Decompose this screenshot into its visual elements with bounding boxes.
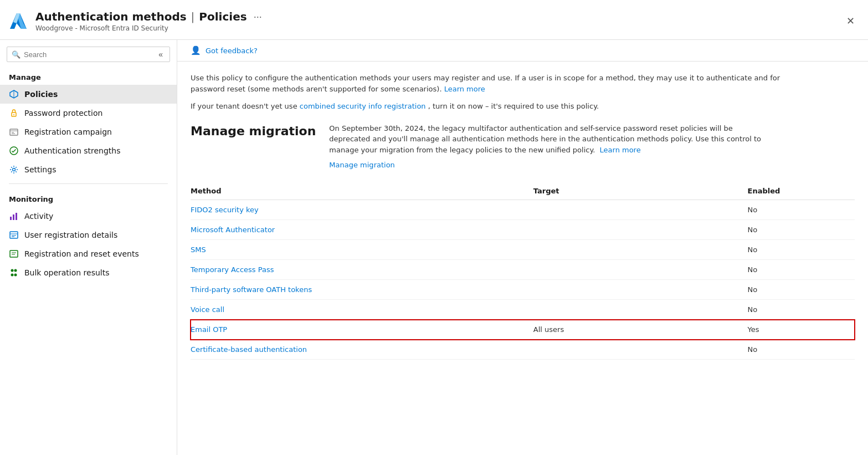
registration-campaign-icon xyxy=(9,127,19,137)
sidebar-item-authentication-strengths[interactable]: Authentication strengths xyxy=(0,141,177,160)
svg-rect-20 xyxy=(10,250,18,257)
enabled-cell-sms: No xyxy=(748,240,855,260)
top-bar: Authentication methods | Policies ··· Wo… xyxy=(0,0,868,40)
reg-reset-icon xyxy=(9,249,19,259)
title-separator: | xyxy=(191,10,195,23)
method-cell-third-party-oath: Third-party software OATH tokens xyxy=(191,280,533,300)
page-title: Policies xyxy=(199,10,246,23)
sidebar-item-registration-campaign[interactable]: Registration campaign xyxy=(0,122,177,141)
sidebar-item-user-registration[interactable]: User registration details xyxy=(0,226,177,244)
target-cell-voice-call xyxy=(533,300,748,320)
feedback-bar[interactable]: 👤 Got feedback? xyxy=(177,40,868,62)
sidebar-item-settings[interactable]: Settings xyxy=(0,160,177,179)
migration-learn-more[interactable]: Learn more xyxy=(600,146,641,154)
svg-point-12 xyxy=(13,168,16,171)
settings-icon xyxy=(9,165,19,175)
migration-section: Manage migration On September 30th, 2024… xyxy=(191,123,855,170)
collapse-sidebar-button[interactable]: « xyxy=(156,50,165,59)
feedback-label: Got feedback? xyxy=(206,47,258,55)
enabled-cell-cert-based: No xyxy=(748,340,855,360)
sidebar-item-label-bulkops: Bulk operation results xyxy=(24,268,110,277)
method-link-fido2[interactable]: FIDO2 security key xyxy=(191,206,259,214)
svg-point-26 xyxy=(14,274,17,277)
svg-rect-14 xyxy=(13,214,14,220)
password-protection-icon xyxy=(9,108,19,118)
ellipsis-menu[interactable]: ··· xyxy=(254,12,262,23)
migration-body: On September 30th, 2024, the legacy mult… xyxy=(329,123,772,170)
sidebar-item-label-usereg: User registration details xyxy=(24,231,117,239)
policies-icon xyxy=(9,89,19,99)
target-cell-third-party-oath xyxy=(533,280,748,300)
activity-icon xyxy=(9,211,19,221)
method-link-voice-call[interactable]: Voice call xyxy=(191,305,224,314)
content-area: Use this policy to configure the authent… xyxy=(177,62,868,371)
method-cell-fido2: FIDO2 security key xyxy=(191,200,533,220)
manage-section-label: Manage xyxy=(0,67,177,85)
search-bar: 🔍 « xyxy=(7,47,170,62)
method-link-cert-based[interactable]: Certificate-based authentication xyxy=(191,345,307,354)
learn-more-link-1[interactable]: Learn more xyxy=(444,85,485,93)
table-row: Third-party software OATH tokensNo xyxy=(191,280,855,300)
feedback-icon: 👤 xyxy=(191,45,201,55)
sidebar-item-policies[interactable]: Policies xyxy=(0,85,177,104)
table-row: Microsoft AuthenticatorNo xyxy=(191,220,855,240)
sidebar-item-label-regevents: Registration and reset events xyxy=(24,249,139,258)
search-input[interactable] xyxy=(24,50,153,59)
enabled-cell-fido2: No xyxy=(748,200,855,220)
svg-point-6 xyxy=(13,114,14,115)
method-link-tap[interactable]: Temporary Access Pass xyxy=(191,265,274,274)
description-1: Use this policy to configure the authent… xyxy=(191,73,800,94)
target-cell-cert-based xyxy=(533,340,748,360)
sidebar-item-label-authstrength: Authentication strengths xyxy=(24,146,120,155)
bulk-ops-icon xyxy=(9,268,19,278)
migration-description: On September 30th, 2024, the legacy mult… xyxy=(329,123,772,156)
svg-point-24 xyxy=(14,269,17,272)
methods-table: Method Target Enabled FIDO2 security key… xyxy=(191,182,855,360)
enabled-cell-voice-call: No xyxy=(748,300,855,320)
sidebar-item-bulk-ops[interactable]: Bulk operation results xyxy=(0,263,177,282)
sidebar-item-registration-reset[interactable]: Registration and reset events xyxy=(0,244,177,263)
svg-point-25 xyxy=(11,274,14,277)
table-row: Temporary Access PassNo xyxy=(191,260,855,280)
enabled-cell-tap: No xyxy=(748,260,855,280)
auth-strengths-icon xyxy=(9,146,19,156)
target-cell-sms xyxy=(533,240,748,260)
svg-rect-15 xyxy=(16,213,17,220)
sidebar-item-password-protection[interactable]: Password protection xyxy=(0,104,177,122)
svg-rect-16 xyxy=(10,232,18,238)
target-cell-email-otp: All users xyxy=(533,320,748,340)
table-row: Email OTPAll usersYes xyxy=(191,320,855,340)
method-cell-cert-based: Certificate-based authentication xyxy=(191,340,533,360)
sidebar-item-activity[interactable]: Activity xyxy=(0,207,177,226)
enabled-cell-third-party-oath: No xyxy=(748,280,855,300)
col-enabled: Enabled xyxy=(748,182,855,200)
layout: 🔍 « Manage Policies Password protection … xyxy=(0,40,868,455)
monitoring-section-label: Monitoring xyxy=(0,188,177,207)
sidebar-item-label-settings: Settings xyxy=(24,165,56,174)
table-row: Voice callNo xyxy=(191,300,855,320)
manage-migration-link[interactable]: Manage migration xyxy=(329,161,772,169)
combined-reg-link[interactable]: combined security info registration xyxy=(300,102,426,110)
method-link-third-party-oath[interactable]: Third-party software OATH tokens xyxy=(191,285,312,294)
method-link-microsoft-authenticator[interactable]: Microsoft Authenticator xyxy=(191,226,275,234)
target-cell-fido2 xyxy=(533,200,748,220)
method-link-email-otp[interactable]: Email OTP xyxy=(191,325,227,334)
method-cell-voice-call: Voice call xyxy=(191,300,533,320)
svg-point-23 xyxy=(11,269,14,272)
sidebar-item-label-password: Password protection xyxy=(24,109,102,117)
table-header: Method Target Enabled xyxy=(191,182,855,200)
method-link-sms[interactable]: SMS xyxy=(191,246,206,254)
close-button[interactable]: ✕ xyxy=(842,13,859,29)
table-row: Certificate-based authenticationNo xyxy=(191,340,855,360)
enabled-cell-microsoft-authenticator: No xyxy=(748,220,855,240)
description-2: If your tenant doesn't yet use combined … xyxy=(191,101,800,112)
sidebar-item-label-policies: Policies xyxy=(24,90,58,99)
table-row: FIDO2 security keyNo xyxy=(191,200,855,220)
method-cell-email-otp: Email OTP xyxy=(191,320,533,340)
method-cell-sms: SMS xyxy=(191,240,533,260)
target-cell-tap xyxy=(533,260,748,280)
enabled-cell-email-otp: Yes xyxy=(748,320,855,340)
target-cell-microsoft-authenticator xyxy=(533,220,748,240)
top-bar-left: Authentication methods | Policies ··· Wo… xyxy=(9,10,262,32)
migration-title: Manage migration xyxy=(191,123,316,138)
